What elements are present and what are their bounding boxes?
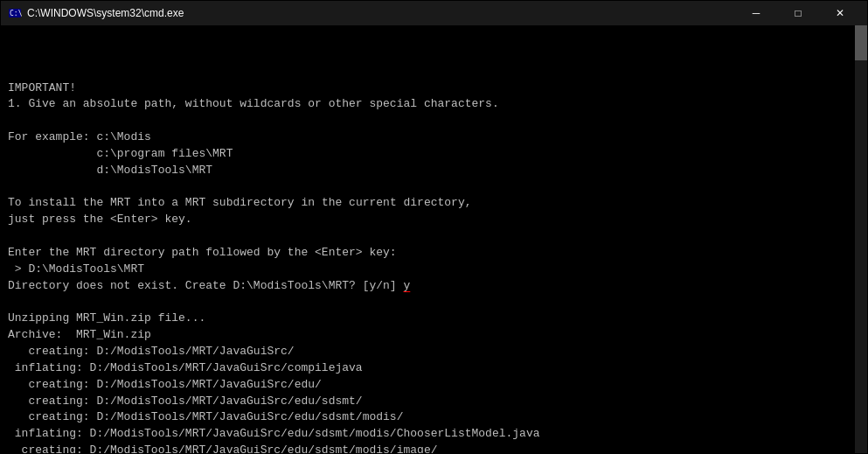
- scrollbar-thumb[interactable]: [855, 25, 867, 60]
- cmd-icon: C:\: [8, 6, 22, 20]
- console-output[interactable]: IMPORTANT! 1. Give an absolute path, wit…: [1, 25, 867, 453]
- title-bar: C:\ C:\WINDOWS\system32\cmd.exe ─ □ ✕: [1, 1, 867, 25]
- title-bar-buttons: ─ □ ✕: [736, 4, 860, 22]
- scrollbar[interactable]: [855, 25, 867, 453]
- cmd-window: C:\ C:\WINDOWS\system32\cmd.exe ─ □ ✕ IM…: [0, 0, 868, 454]
- window-title: C:\WINDOWS\system32\cmd.exe: [27, 7, 184, 19]
- close-button[interactable]: ✕: [820, 4, 860, 22]
- maximize-button[interactable]: □: [778, 4, 818, 22]
- console-text: IMPORTANT! 1. Give an absolute path, wit…: [8, 64, 860, 453]
- title-bar-left: C:\ C:\WINDOWS\system32\cmd.exe: [8, 6, 184, 20]
- svg-text:C:\: C:\: [10, 10, 22, 17]
- line-1: IMPORTANT! 1. Give an absolute path, wit…: [8, 81, 546, 453]
- minimize-button[interactable]: ─: [736, 4, 776, 22]
